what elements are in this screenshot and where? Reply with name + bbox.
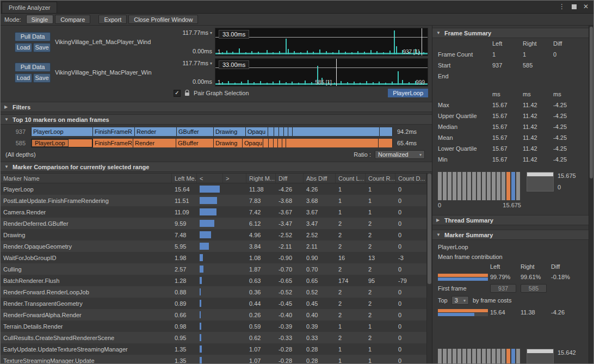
marker-row[interactable]: Drawing7.484.96-2.522.52220 [1, 229, 426, 240]
frame-summary-section-header[interactable]: ▼ Frame Summary [432, 28, 589, 38]
top10-marker-segment[interactable]: FinishFrameR [93, 139, 133, 147]
histogram-selection-box[interactable] [527, 349, 554, 363]
marker-row[interactable]: CullResults.CreateSharedRendererScene0.9… [1, 332, 426, 343]
filters-section-header[interactable]: ▶ Filters [1, 102, 432, 112]
panel-scrollbar-thumb[interactable] [590, 27, 593, 178]
marker-row[interactable]: RenderForward.RenderLoopJob0.880.36-0.52… [1, 286, 426, 298]
mode-single-button[interactable]: Single [26, 15, 54, 24]
top10-marker-segment[interactable]: GBuffer [177, 127, 214, 136]
column-header[interactable]: > [223, 174, 246, 183]
frame-number[interactable]: 585 [5, 140, 26, 146]
load-button[interactable]: Load [15, 73, 32, 83]
marker-row[interactable]: Render.TransparentGeometry0.890.44-0.450… [1, 298, 426, 309]
ratio-dropdown[interactable]: Normalized ▾ [375, 150, 425, 159]
window-tab-profile-analyzer[interactable]: Profile Analyzer [2, 2, 57, 13]
column-header[interactable]: Right M... [246, 174, 276, 183]
top10-marker-segment[interactable] [263, 139, 269, 147]
threshold-badge[interactable]: 33.00ms [219, 60, 249, 69]
menu-icon[interactable]: ⋮ [559, 3, 565, 10]
top10-marker-segment[interactable]: Render [133, 139, 176, 147]
marker-row[interactable]: Terrain.Details.Render0.980.59-0.390.391… [1, 320, 426, 332]
top10-marker-segment[interactable] [380, 127, 393, 136]
column-header[interactable]: Marker Name [1, 174, 172, 183]
save-button[interactable]: Save [33, 73, 51, 83]
save-button[interactable]: Save [33, 43, 51, 52]
summary-cell: Left [492, 40, 523, 47]
comparison-section-header[interactable]: ▼ Marker Comparison for currently select… [1, 162, 432, 172]
marker-row[interactable]: Render.OpaqueGeometry5.953.84-2.112.1122… [1, 240, 426, 252]
column-header[interactable]: Left Me... [172, 174, 197, 183]
marker-row[interactable]: Culling2.571.87-0.700.70220 [1, 263, 426, 275]
top10-marker-segment[interactable] [269, 139, 274, 147]
y-scale-dropdown[interactable]: 117.77ms ▾ [182, 29, 212, 36]
top10-marker-segment[interactable] [379, 139, 393, 147]
pull-data-button[interactable]: Pull Data [15, 63, 51, 72]
mode-compare-button[interactable]: Compare [55, 15, 90, 24]
marker-row[interactable]: WaitForJobGroupID1.981.08-0.900.901613-3 [1, 252, 426, 263]
top10-marker-segment[interactable] [274, 139, 278, 147]
top10-marker-segment[interactable] [279, 127, 284, 136]
first-frame-left-button[interactable]: 937 [490, 284, 516, 293]
column-header[interactable]: Count D... [395, 174, 426, 183]
table-scrollbar-thumb[interactable] [428, 174, 431, 284]
column-header[interactable]: Count L... [336, 174, 366, 183]
pair-selection-checkbox[interactable]: ✓ [174, 90, 181, 97]
top-n-row: Top 3 ▾ by frame costs [438, 294, 586, 306]
marker-summary-histogram[interactable]: 15.642 [438, 349, 586, 363]
top10-marker-segment[interactable] [286, 139, 379, 147]
marker-row[interactable]: RenderForwardAlpha.Render0.660.26-0.400.… [1, 309, 426, 320]
top10-marker-segment[interactable]: PlayerLoop [31, 139, 93, 147]
column-header[interactable]: Count R... [366, 174, 395, 183]
close-icon[interactable]: ✕ [583, 3, 589, 10]
top10-marker-segment[interactable]: GBuffer [176, 139, 214, 147]
table-cell: 1.28 [172, 275, 197, 286]
frame-summary-histogram[interactable]: 15.675 0 [438, 172, 586, 200]
top-n-dropdown[interactable]: 3 ▾ [451, 296, 469, 305]
marker-row[interactable]: Camera.Render11.097.42-3.673.67110 [1, 206, 426, 218]
y-scale-dropdown[interactable]: 117.77ms ▾ [182, 60, 212, 66]
frame-time-graph-right[interactable]: 33.00ms 1 585 [1] 999 [215, 58, 428, 87]
threshold-badge[interactable]: 33.00ms [219, 30, 249, 39]
close-profiler-window-button[interactable]: Close Profiler Window [128, 15, 198, 24]
histogram-selection-box[interactable] [527, 172, 554, 192]
marker-row[interactable]: BatchRenderer.Flush1.280.63-0.650.651749… [1, 275, 426, 286]
top10-marker-segment[interactable]: Drawing [214, 127, 246, 136]
top10-marker-segment[interactable]: Drawing [214, 139, 243, 147]
top10-marker-segment[interactable] [288, 127, 293, 136]
marker-row[interactable]: RenderDeferred.GBuffer9.596.12-3.473.472… [1, 218, 426, 229]
first-frame-right-button[interactable]: 585 [521, 284, 547, 293]
marker-row[interactable]: PlayerLoop15.6411.38-4.264.26110 [1, 183, 426, 195]
load-button[interactable]: Load [15, 43, 32, 52]
column-header[interactable]: < [197, 174, 223, 183]
top10-marker-segment[interactable] [274, 127, 279, 136]
pull-data-button[interactable]: Pull Data [15, 32, 51, 41]
table-scrollbar[interactable] [426, 173, 432, 363]
column-header[interactable]: Abs Diff [304, 174, 336, 183]
column-header[interactable]: Diff [276, 174, 304, 183]
frame-time-graph-left[interactable]: 33.00ms 1 937 [1] [215, 28, 428, 56]
top10-marker-segment[interactable] [268, 127, 274, 136]
segment-label: Drawing [214, 128, 239, 135]
maximize-icon[interactable] [572, 4, 577, 9]
panel-scrollbar[interactable] [589, 26, 593, 363]
top10-marker-segment[interactable]: Render [135, 127, 177, 136]
top10-marker-segment[interactable]: Opaqu [243, 139, 263, 147]
export-button[interactable]: Export [98, 15, 127, 24]
top10-marker-segment[interactable] [284, 127, 288, 136]
marker-summary-section-header[interactable]: ▼ Marker Summary [432, 230, 589, 240]
table-cell: -3 [395, 252, 426, 263]
marker-row[interactable]: TextureStreamingManager.Update1.351.07-0… [1, 355, 426, 363]
top10-marker-segment[interactable]: Opaqu [246, 127, 268, 136]
top10-marker-segment[interactable] [278, 139, 282, 147]
frame-number[interactable]: 937 [5, 128, 26, 135]
top10-marker-segment[interactable]: FinishFrameR [93, 127, 135, 136]
top10-marker-segment[interactable] [293, 127, 380, 136]
selected-marker-chip[interactable]: PlayerLoop [388, 89, 428, 97]
marker-row[interactable]: EarlyUpdate.UpdateTextureStreamingManage… [1, 343, 426, 355]
top10-marker-segment[interactable] [282, 139, 286, 147]
marker-row[interactable]: PostLateUpdate.FinishFrameRendering11.51… [1, 195, 426, 206]
top10-section-header[interactable]: ▼ Top 10 markers on median frames [1, 114, 432, 125]
thread-summary-section-header[interactable]: ▶ Thread Summary [432, 215, 589, 225]
histogram-bar [516, 172, 520, 200]
top10-marker-segment[interactable]: PlayerLoop [31, 127, 93, 136]
